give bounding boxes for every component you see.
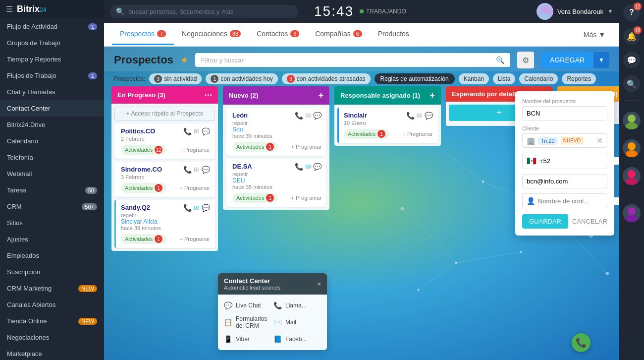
sidebar-item-tiempo[interactable]: Tiempo y Reportes — [0, 51, 104, 67]
subfilter-sin-actividad[interactable]: 3 sin actividad — [149, 73, 202, 84]
activities-button[interactable]: Actividades 1 — [232, 142, 278, 152]
programar-button[interactable]: + Programar — [180, 185, 210, 191]
agregar-dropdown-button[interactable]: ▼ — [593, 52, 609, 68]
sidebar-item-webmail[interactable]: Webmail — [0, 166, 104, 182]
sidebar-item-contact-center[interactable]: Contact Center — [0, 100, 104, 117]
cancelar-button[interactable]: CANCELAR — [572, 218, 607, 225]
user-dropdown-icon[interactable]: ▼ — [607, 8, 613, 15]
sidebar-item-calendario[interactable]: Calendario — [0, 133, 104, 149]
programar-button[interactable]: + Programar — [403, 131, 433, 137]
card-title[interactable]: León — [232, 112, 272, 119]
email-icon[interactable]: ✉ — [194, 127, 200, 135]
reportes-view-button[interactable]: Reportes — [562, 73, 596, 84]
card-title[interactable]: Sindrome.CO — [121, 166, 162, 173]
sidebar-item-drive[interactable]: Bitrix24.Drive — [0, 117, 104, 133]
sidebar-item-tienda[interactable]: Tienda Online NEW — [0, 313, 104, 329]
right-avatar-1[interactable] — [623, 112, 641, 129]
email-icon[interactable]: ✉ — [417, 112, 423, 120]
email-input[interactable] — [522, 174, 607, 188]
avatar[interactable] — [537, 3, 553, 20]
cc-llamadas[interactable]: 📞 Llama... — [273, 300, 321, 311]
programar-button[interactable]: + Programar — [291, 195, 322, 201]
client-tag[interactable]: Tri.20 — [538, 137, 558, 145]
tab-companias[interactable]: Compañías 6 — [307, 24, 370, 45]
chat-icon[interactable]: 💬 — [202, 204, 210, 212]
right-avatar-4[interactable] — [623, 204, 641, 222]
email-icon[interactable]: ✉ — [305, 163, 311, 171]
cc-viber[interactable]: 📱 Viber — [224, 333, 271, 345]
chat-icon[interactable]: 💬 — [313, 112, 322, 120]
tab-negociaciones[interactable]: Negociaciones 83 — [174, 24, 249, 45]
activities-button[interactable]: Actividades 1 — [121, 183, 166, 193]
phone-icon[interactable]: 📞 — [183, 204, 192, 212]
agregar-button[interactable]: AGREGAR — [541, 52, 593, 68]
card-title[interactable]: Sinclair — [344, 112, 367, 119]
phone-icon[interactable]: 📞 — [183, 127, 192, 135]
notifications-button[interactable]: 🔔 18 — [623, 28, 640, 45]
cc-facebook[interactable]: 📘 Faceb... — [273, 333, 321, 345]
email-icon[interactable]: ✉ — [194, 204, 200, 212]
card-contact[interactable]: Sou — [232, 126, 272, 133]
tab-prospectos[interactable]: Prospectos 7 — [112, 24, 174, 45]
sidebar-item-chat[interactable]: Chat y Llamadas — [0, 84, 104, 100]
tabs-more-button[interactable]: Más ▼ — [578, 28, 611, 42]
kanban-view-button[interactable]: Kanban — [459, 73, 489, 84]
sidebar-item-suscripcion[interactable]: Suscripción — [0, 264, 104, 280]
phone-icon[interactable]: 📞 — [183, 166, 192, 174]
cc-formularios[interactable]: 📋 Formularios del CRM — [224, 313, 271, 331]
phone-fab-button[interactable]: 📞 — [572, 333, 590, 352]
col-add-icon[interactable]: + — [318, 90, 323, 101]
search-input[interactable] — [128, 8, 292, 15]
quick-access-btn[interactable]: + Acceso rápido al Prospecto — [114, 107, 215, 120]
sidebar-item-canales[interactable]: Canales Abiertos — [0, 297, 104, 313]
activities-button[interactable]: Actividades 1 — [344, 129, 389, 139]
cc-popup-close-button[interactable]: × — [317, 280, 321, 288]
sidebar-item-grupos[interactable]: Grupos de Trabajo — [0, 35, 104, 51]
filter-input[interactable] — [201, 57, 492, 64]
email-icon[interactable]: ✉ — [305, 112, 311, 120]
email-icon[interactable]: ✉ — [194, 166, 200, 174]
settings-button[interactable]: ⚙ — [517, 52, 534, 68]
col-add-icon[interactable]: + — [429, 90, 435, 101]
right-avatar-3[interactable] — [623, 167, 641, 185]
sidebar-item-crm[interactable]: CRM 50+ — [0, 198, 104, 215]
card-title[interactable]: DE.SA — [232, 163, 272, 170]
activities-button[interactable]: Actividades 12 — [121, 145, 166, 155]
guardar-button[interactable]: GUARDAR — [522, 214, 568, 229]
card-contact[interactable]: Sinclyar Alicia — [121, 218, 161, 225]
phone-icon[interactable]: 📞 — [295, 112, 303, 120]
question-button[interactable]: ? 12 — [623, 4, 640, 21]
calendario-view-button[interactable]: Calendario — [519, 73, 558, 84]
contact-name-input[interactable] — [538, 197, 619, 205]
search-right-button[interactable]: 🔍 — [623, 75, 640, 92]
chat-icon[interactable]: 💬 — [202, 127, 210, 135]
col-options-icon[interactable]: ⋯ — [204, 90, 212, 100]
sidebar-item-telefonia[interactable]: Telefonía — [0, 149, 104, 166]
phone-icon[interactable]: 📞 — [295, 163, 303, 171]
cc-livechat[interactable]: 💬 Live Chat — [224, 300, 271, 311]
chat-icon[interactable]: 💬 — [425, 112, 433, 120]
subfilter-hoy[interactable]: 1 con actividades hoy — [206, 73, 277, 84]
favorite-icon[interactable]: ★ — [180, 55, 188, 65]
sidebar-item-negociaciones[interactable]: Negociaciones — [0, 329, 104, 346]
reglas-button[interactable]: Reglas de automatización — [375, 73, 455, 84]
subfilter-atrasadas[interactable]: 3 con actividades atrasadas — [282, 73, 371, 84]
sidebar-item-flujo[interactable]: Flujo de Actividad 1 — [0, 18, 104, 35]
sidebar-item-empleados[interactable]: Empleados — [0, 247, 104, 264]
tab-contactos[interactable]: Contactos 6 — [249, 24, 307, 45]
activities-button[interactable]: Actividades 1 — [232, 193, 278, 203]
programar-button[interactable]: + Programar — [180, 236, 210, 242]
sidebar-item-tareas[interactable]: Tareas 50 — [0, 182, 104, 198]
sidebar-item-sitios[interactable]: Sitios — [0, 215, 104, 231]
sidebar-item-ajustes[interactable]: Ajustes — [0, 231, 104, 247]
activities-button[interactable]: Actividades 1 — [121, 234, 166, 244]
tab-productos[interactable]: Productos — [370, 24, 417, 45]
nombre-input[interactable] — [522, 106, 607, 120]
card-title[interactable]: Politics.CO — [121, 127, 155, 135]
sidebar-item-marketplace[interactable]: Marketplace — [0, 346, 104, 360]
client-close-button[interactable]: ✕ — [596, 136, 603, 145]
cc-mail[interactable]: ✉️ Mail — [273, 313, 321, 331]
sidebar-item-flujos[interactable]: Flujos de Trabajo 1 — [0, 67, 104, 84]
message-button[interactable]: 💬 — [623, 52, 640, 68]
right-avatar-2[interactable] — [623, 139, 641, 157]
